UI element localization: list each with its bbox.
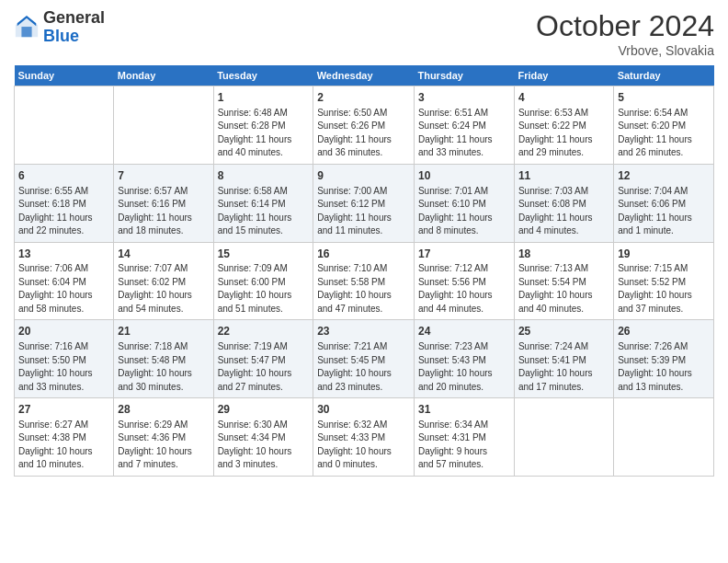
- calendar-cell: 12Sunrise: 7:04 AM Sunset: 6:06 PM Dayli…: [614, 164, 714, 242]
- day-number: 21: [118, 324, 209, 339]
- weekday-header-wednesday: Wednesday: [313, 65, 415, 86]
- day-content: Sunrise: 7:24 AM Sunset: 5:41 PM Dayligh…: [518, 340, 609, 394]
- day-content: Sunrise: 7:15 AM Sunset: 5:52 PM Dayligh…: [618, 262, 710, 316]
- calendar-cell: 18Sunrise: 7:13 AM Sunset: 5:54 PM Dayli…: [514, 242, 613, 320]
- day-number: 15: [218, 247, 310, 262]
- weekday-header-sunday: Sunday: [15, 65, 114, 86]
- weekday-header-tuesday: Tuesday: [213, 65, 313, 86]
- day-number: 25: [518, 324, 609, 339]
- day-number: 10: [418, 168, 510, 184]
- calendar-cell: [114, 86, 213, 165]
- day-number: 23: [317, 324, 410, 339]
- day-content: Sunrise: 7:19 AM Sunset: 5:47 PM Dayligh…: [218, 340, 310, 394]
- calendar-cell: [514, 398, 613, 477]
- day-content: Sunrise: 6:54 AM Sunset: 6:20 PM Dayligh…: [618, 107, 710, 160]
- day-number: 16: [317, 247, 410, 262]
- calendar-cell: 26Sunrise: 7:26 AM Sunset: 5:39 PM Dayli…: [614, 320, 714, 398]
- calendar-week-row: 27Sunrise: 6:27 AM Sunset: 4:38 PM Dayli…: [15, 398, 714, 477]
- page-container: General Blue October 2024 Vrbove, Slovak…: [0, 0, 728, 486]
- day-number: 12: [618, 168, 710, 184]
- day-number: 29: [218, 402, 310, 418]
- calendar-cell: [15, 86, 114, 165]
- day-content: Sunrise: 7:16 AM Sunset: 5:50 PM Dayligh…: [18, 340, 109, 394]
- day-number: 9: [317, 168, 410, 184]
- day-content: Sunrise: 6:48 AM Sunset: 6:28 PM Dayligh…: [218, 107, 310, 160]
- logo-icon: [14, 15, 40, 40]
- calendar-week-row: 1Sunrise: 6:48 AM Sunset: 6:28 PM Daylig…: [15, 86, 714, 165]
- calendar-cell: 23Sunrise: 7:21 AM Sunset: 5:45 PM Dayli…: [313, 320, 415, 398]
- calendar-cell: 5Sunrise: 6:54 AM Sunset: 6:20 PM Daylig…: [614, 86, 714, 165]
- logo: General Blue: [14, 9, 105, 46]
- day-content: Sunrise: 6:30 AM Sunset: 4:34 PM Dayligh…: [218, 419, 310, 472]
- calendar-cell: 6Sunrise: 6:55 AM Sunset: 6:18 PM Daylig…: [15, 164, 114, 242]
- calendar-cell: 13Sunrise: 7:06 AM Sunset: 6:04 PM Dayli…: [15, 242, 114, 320]
- day-content: Sunrise: 7:13 AM Sunset: 5:54 PM Dayligh…: [518, 262, 609, 316]
- day-number: 27: [18, 402, 109, 418]
- day-number: 18: [518, 247, 609, 262]
- day-content: Sunrise: 6:51 AM Sunset: 6:24 PM Dayligh…: [418, 107, 510, 160]
- calendar-cell: 29Sunrise: 6:30 AM Sunset: 4:34 PM Dayli…: [213, 398, 313, 477]
- weekday-header-saturday: Saturday: [614, 65, 714, 86]
- day-number: 6: [18, 168, 109, 184]
- calendar-cell: 10Sunrise: 7:01 AM Sunset: 6:10 PM Dayli…: [414, 164, 514, 242]
- calendar-cell: 30Sunrise: 6:32 AM Sunset: 4:33 PM Dayli…: [313, 398, 415, 477]
- calendar-cell: 31Sunrise: 6:34 AM Sunset: 4:31 PM Dayli…: [414, 398, 514, 477]
- day-content: Sunrise: 7:09 AM Sunset: 6:00 PM Dayligh…: [218, 262, 310, 316]
- month-title: October 2024: [536, 9, 714, 43]
- calendar-cell: 16Sunrise: 7:10 AM Sunset: 5:58 PM Dayli…: [313, 242, 415, 320]
- day-content: Sunrise: 6:55 AM Sunset: 6:18 PM Dayligh…: [18, 185, 109, 238]
- day-number: 20: [18, 324, 109, 339]
- day-number: 4: [518, 90, 609, 106]
- logo-blue: Blue: [43, 27, 79, 45]
- day-number: 17: [418, 247, 510, 262]
- day-number: 8: [218, 168, 310, 184]
- calendar-cell: 22Sunrise: 7:19 AM Sunset: 5:47 PM Dayli…: [213, 320, 313, 398]
- day-number: 30: [317, 402, 410, 418]
- day-number: 19: [618, 247, 710, 262]
- calendar-cell: 28Sunrise: 6:29 AM Sunset: 4:36 PM Dayli…: [114, 398, 213, 477]
- calendar-cell: 7Sunrise: 6:57 AM Sunset: 6:16 PM Daylig…: [114, 164, 213, 242]
- weekday-header-monday: Monday: [114, 65, 213, 86]
- day-content: Sunrise: 7:07 AM Sunset: 6:02 PM Dayligh…: [118, 262, 209, 316]
- weekday-header-row: SundayMondayTuesdayWednesdayThursdayFrid…: [15, 65, 714, 86]
- day-content: Sunrise: 7:03 AM Sunset: 6:08 PM Dayligh…: [518, 185, 609, 238]
- calendar-week-row: 6Sunrise: 6:55 AM Sunset: 6:18 PM Daylig…: [15, 164, 714, 242]
- calendar-cell: 14Sunrise: 7:07 AM Sunset: 6:02 PM Dayli…: [114, 242, 213, 320]
- calendar-cell: 21Sunrise: 7:18 AM Sunset: 5:48 PM Dayli…: [114, 320, 213, 398]
- calendar-week-row: 13Sunrise: 7:06 AM Sunset: 6:04 PM Dayli…: [15, 242, 714, 320]
- weekday-header-thursday: Thursday: [414, 65, 514, 86]
- day-content: Sunrise: 7:10 AM Sunset: 5:58 PM Dayligh…: [317, 262, 410, 316]
- calendar-cell: 24Sunrise: 7:23 AM Sunset: 5:43 PM Dayli…: [414, 320, 514, 398]
- calendar-cell: 25Sunrise: 7:24 AM Sunset: 5:41 PM Dayli…: [514, 320, 613, 398]
- day-number: 13: [18, 247, 109, 262]
- day-content: Sunrise: 6:27 AM Sunset: 4:38 PM Dayligh…: [18, 419, 109, 472]
- calendar-cell: [614, 398, 714, 477]
- day-number: 31: [418, 402, 510, 418]
- calendar-cell: 11Sunrise: 7:03 AM Sunset: 6:08 PM Dayli…: [514, 164, 613, 242]
- day-number: 24: [418, 324, 510, 339]
- calendar-cell: 19Sunrise: 7:15 AM Sunset: 5:52 PM Dayli…: [614, 242, 714, 320]
- day-number: 2: [317, 90, 410, 106]
- logo-general: General: [43, 8, 105, 27]
- title-block: October 2024 Vrbove, Slovakia: [536, 9, 714, 58]
- day-number: 1: [218, 90, 310, 106]
- calendar-cell: 20Sunrise: 7:16 AM Sunset: 5:50 PM Dayli…: [15, 320, 114, 398]
- day-content: Sunrise: 7:18 AM Sunset: 5:48 PM Dayligh…: [118, 340, 209, 394]
- calendar-cell: 3Sunrise: 6:51 AM Sunset: 6:24 PM Daylig…: [414, 86, 514, 165]
- calendar-cell: 17Sunrise: 7:12 AM Sunset: 5:56 PM Dayli…: [414, 242, 514, 320]
- day-content: Sunrise: 7:01 AM Sunset: 6:10 PM Dayligh…: [418, 185, 510, 238]
- calendar-week-row: 20Sunrise: 7:16 AM Sunset: 5:50 PM Dayli…: [15, 320, 714, 398]
- day-content: Sunrise: 7:04 AM Sunset: 6:06 PM Dayligh…: [618, 185, 710, 238]
- day-number: 22: [218, 324, 310, 339]
- calendar-cell: 2Sunrise: 6:50 AM Sunset: 6:26 PM Daylig…: [313, 86, 415, 165]
- svg-rect-2: [21, 27, 31, 37]
- day-content: Sunrise: 6:32 AM Sunset: 4:33 PM Dayligh…: [317, 419, 410, 472]
- day-content: Sunrise: 7:26 AM Sunset: 5:39 PM Dayligh…: [618, 340, 710, 394]
- day-content: Sunrise: 6:34 AM Sunset: 4:31 PM Dayligh…: [418, 419, 510, 472]
- day-number: 26: [618, 324, 710, 339]
- weekday-header-friday: Friday: [514, 65, 613, 86]
- calendar-cell: 9Sunrise: 7:00 AM Sunset: 6:12 PM Daylig…: [313, 164, 415, 242]
- day-number: 7: [118, 168, 209, 184]
- calendar-cell: 1Sunrise: 6:48 AM Sunset: 6:28 PM Daylig…: [213, 86, 313, 165]
- day-content: Sunrise: 6:57 AM Sunset: 6:16 PM Dayligh…: [118, 185, 209, 238]
